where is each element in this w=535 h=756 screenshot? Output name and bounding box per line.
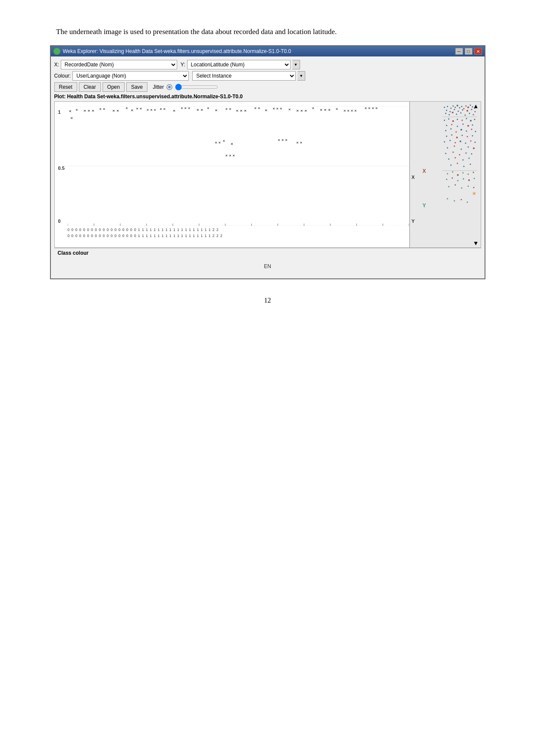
clear-button[interactable]: Clear (79, 82, 101, 92)
svg-point-94 (457, 126, 458, 127)
reset-button[interactable]: Reset (54, 82, 77, 92)
svg-point-119 (447, 147, 448, 149)
svg-point-71 (462, 109, 463, 111)
save-button[interactable]: Save (126, 82, 147, 92)
svg-point-54 (447, 106, 448, 107)
svg-point-148 (463, 178, 464, 180)
svg-text:×: × (312, 106, 314, 110)
colour-dropdown[interactable]: UserLanguage (Nom) (72, 71, 189, 81)
colour-select-group[interactable]: UserLanguage (Nom) (72, 71, 189, 81)
svg-point-80 (464, 115, 466, 116)
svg-point-109 (461, 135, 463, 136)
scatter-plot-main: 1 0.5 0 × × × × × × × × × × × × × × × × … (55, 102, 410, 247)
x-axis-label: X: (54, 62, 59, 68)
x-axis-select-group[interactable]: RecordedDate (Nom) (61, 60, 177, 69)
svg-point-141 (462, 172, 463, 174)
svg-point-120 (454, 146, 455, 147)
x-axis-row2: 0 0 0 0 0 0 0 0 0 0 0 0 0 0 0 0 0 0 1 1 … (68, 234, 409, 239)
colour-label: Colour: (54, 73, 71, 79)
restore-button[interactable]: □ (465, 48, 472, 55)
sidebar-x-label: X (412, 175, 415, 180)
weka-window: Weka Explorer: Visualizing Health Data S… (50, 45, 485, 279)
svg-text:× × ×: × × × (180, 106, 190, 110)
select-instance-group[interactable]: Select Instance (192, 71, 296, 81)
svg-text:× ×: × × (136, 107, 142, 111)
svg-text:× ×: × × (99, 107, 105, 111)
svg-point-58 (457, 105, 458, 106)
svg-point-1 (168, 86, 171, 88)
y-axis-dropdown[interactable]: LocationLatitude (Num) (187, 60, 291, 69)
close-button[interactable]: ✕ (474, 48, 482, 55)
svg-point-147 (457, 180, 458, 181)
svg-point-61 (463, 108, 464, 109)
svg-point-89 (466, 118, 467, 119)
y-axis-label: Y: (181, 62, 185, 68)
svg-text:×: × (69, 109, 71, 113)
svg-point-134 (457, 163, 458, 164)
svg-point-55 (450, 108, 451, 109)
y-axis-arrow[interactable]: ▼ (292, 60, 300, 69)
svg-point-78 (456, 114, 457, 115)
scroll-down-icon[interactable]: ▼ (473, 240, 479, 247)
svg-point-88 (461, 120, 463, 121)
svg-point-101 (460, 129, 462, 131)
svg-point-140 (457, 174, 459, 176)
svg-point-117 (470, 141, 471, 142)
svg-text:× ×   ×: × × × (278, 138, 287, 142)
open-button[interactable]: Open (103, 82, 125, 92)
svg-text:×: × (230, 142, 233, 146)
svg-point-107 (451, 134, 452, 136)
plot-title: Plot: Health Data Set-weka.filters.unsup… (54, 94, 481, 100)
svg-point-128 (471, 153, 472, 155)
svg-point-63 (467, 106, 469, 108)
svg-text:X: X (422, 168, 426, 174)
svg-text:× × ×: × × × (225, 154, 235, 158)
jitter-slider[interactable] (175, 84, 218, 91)
svg-point-87 (457, 119, 458, 120)
svg-point-95 (462, 124, 463, 125)
y-label-05: 0.5 (58, 166, 65, 171)
svg-point-116 (465, 143, 466, 144)
scatter-plot-sidebar: ▲ X Y ▼ (410, 102, 481, 247)
jitter-label: Jitter (153, 84, 164, 90)
svg-point-130 (454, 157, 456, 159)
svg-text:×: × (335, 107, 338, 111)
svg-point-113 (449, 140, 451, 141)
window-controls[interactable]: ─ □ ✕ (455, 48, 482, 55)
y-label-1: 1 (58, 109, 61, 115)
svg-text:×: × (70, 116, 73, 120)
svg-point-131 (462, 159, 463, 161)
svg-point-75 (445, 113, 446, 114)
select-instance-arrow[interactable]: ▼ (297, 71, 305, 81)
x-axis-dropdown[interactable]: RecordedDate (Nom) (61, 60, 177, 69)
svg-point-73 (471, 109, 472, 110)
svg-text:× × × ×: × × × × (343, 109, 357, 113)
minimize-button[interactable]: ─ (455, 48, 463, 55)
svg-point-98 (445, 130, 446, 131)
svg-point-158 (454, 200, 455, 202)
svg-point-160 (466, 202, 468, 203)
svg-point-92 (446, 125, 447, 126)
svg-point-97 (472, 125, 473, 126)
svg-point-53 (444, 107, 445, 108)
svg-point-122 (467, 147, 469, 148)
sidebar-scatter-svg: X (416, 104, 477, 237)
svg-point-143 (472, 172, 474, 173)
svg-point-124 (445, 153, 446, 154)
svg-text:×: × (206, 106, 209, 110)
svg-point-114 (454, 142, 456, 144)
x-axis-row1: 0 0 0 0 0 0 0 0 0 0 0 0 0 0 0 0 0 0 1 1 … (68, 226, 409, 233)
colour-row: Colour: UserLanguage (Nom) Select Instan… (54, 71, 481, 81)
y-axis-select-group[interactable]: LocationLatitude (Num) (187, 60, 291, 69)
svg-point-135 (463, 166, 464, 167)
svg-point-79 (460, 112, 461, 114)
svg-point-159 (460, 199, 462, 200)
svg-text:× × × ×: × × × × (364, 106, 378, 110)
svg-point-93 (451, 124, 452, 125)
svg-text:×: × (125, 106, 128, 110)
select-instance-dropdown[interactable]: Select Instance (192, 71, 296, 81)
svg-text:× × ×: × × × (146, 108, 156, 112)
svg-text:×: × (75, 108, 78, 112)
window-title: Weka Explorer: Visualizing Health Data S… (63, 48, 291, 54)
svg-point-57 (454, 107, 456, 108)
